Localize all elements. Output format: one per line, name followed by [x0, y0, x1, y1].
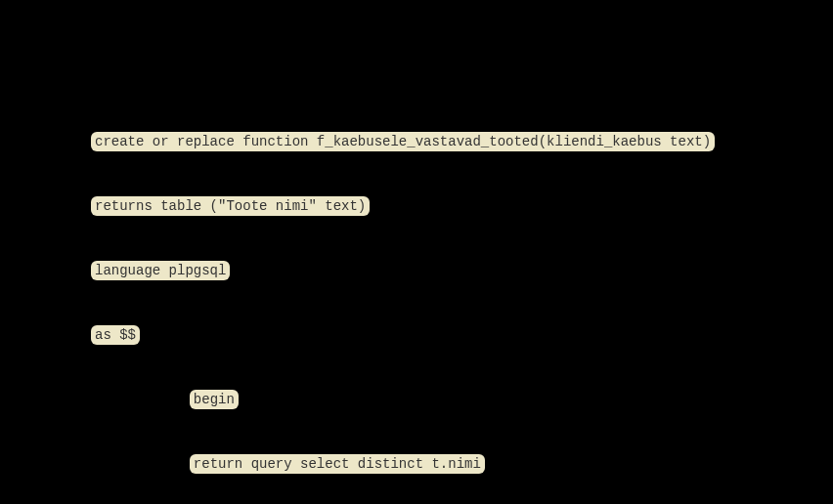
code-block: create or replace function f_kaebusele_v… — [91, 88, 715, 504]
code-text: create or replace function f_kaebusele_v… — [91, 132, 715, 151]
code-text: as $$ — [91, 325, 140, 345]
code-text: begin — [190, 390, 239, 409]
code-line: create or replace function f_kaebusele_v… — [91, 131, 715, 152]
code-line: begin — [91, 389, 715, 410]
code-line: return query select distinct t.nimi — [91, 453, 715, 475]
code-line: as $$ — [91, 324, 715, 346]
code-line: language plpgsql — [91, 260, 715, 281]
code-text: returns table ("Toote nimi" text) — [91, 196, 370, 216]
indent — [91, 389, 190, 410]
indent — [91, 453, 190, 475]
code-line: returns table ("Toote nimi" text) — [91, 195, 715, 217]
code-text: language plpgsql — [91, 261, 230, 280]
code-text: return query select distinct t.nimi — [190, 454, 485, 474]
